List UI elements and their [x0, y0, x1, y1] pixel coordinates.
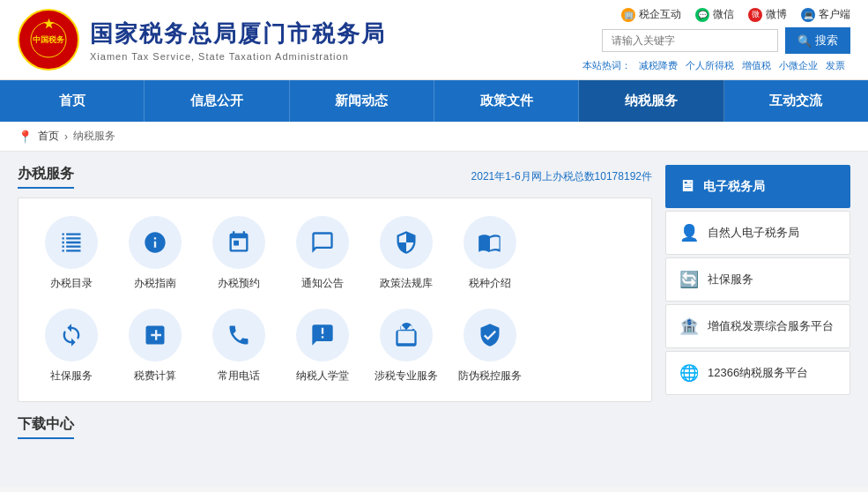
invoice-icon: 🏦 — [679, 317, 699, 336]
service-platform-icon: 🌐 — [679, 363, 699, 383]
link-wechat[interactable]: 💬 微信 — [695, 7, 734, 22]
search-area: 🔍 搜索 — [602, 27, 850, 54]
service-label-professional: 涉税专业服务 — [375, 369, 438, 384]
search-button[interactable]: 🔍 搜索 — [785, 27, 850, 54]
svg-text:中国税务: 中国税务 — [33, 35, 65, 44]
download-header: 下载中心 — [18, 415, 652, 439]
top-right: 🏢 税企互动 💬 微信 微 微博 💻 客户端 🔍 搜索 本站热词： — [582, 7, 850, 72]
dot-orange-icon: 🏢 — [621, 8, 635, 22]
main-content: 办税服务 2021年1-6月网上办税总数10178192件 办税目录 办税指南 — [0, 152, 868, 487]
download-section: 下载中心 — [18, 415, 652, 439]
sidebar-btn-invoice[interactable]: 🏦 增值税发票综合服务平台 — [665, 304, 850, 348]
service-label-school: 纳税人学堂 — [296, 369, 349, 384]
hot-word-2[interactable]: 个人所得税 — [686, 60, 734, 71]
nav-bar: 首页 信息公开 新闻动态 政策文件 纳税服务 互动交流 — [0, 80, 868, 122]
nav-news[interactable]: 新闻动态 — [290, 80, 434, 122]
site-title: 国家税务总局厦门市税务局 — [90, 19, 386, 49]
service-row-1: 办税目录 办税指南 办税预约 — [36, 216, 634, 291]
client-icon: 💻 — [801, 8, 815, 22]
hot-word-4[interactable]: 小微企业 — [779, 60, 818, 71]
service-label-social: 社保服务 — [50, 369, 93, 384]
right-sidebar: 🖥 电子税务局 👤 自然人电子税务局 🔄 社保服务 🏦 增值税发票综合服务平台 … — [665, 165, 850, 473]
service-label-notice: 通知公告 — [301, 276, 344, 291]
nav-home[interactable]: 首页 — [0, 80, 145, 122]
service-item-taxtype[interactable]: 税种介绍 — [455, 216, 525, 291]
breadcrumb: 📍 首页 › 纳税服务 — [0, 122, 868, 152]
nav-interact[interactable]: 互动交流 — [724, 80, 868, 122]
header: ★ 中国税务 国家税务总局厦门市税务局 Xiamen Tax Service, … — [0, 0, 868, 80]
sidebar-btn-etax[interactable]: 🖥 电子税务局 — [665, 165, 850, 208]
phone-icon — [212, 309, 265, 362]
hot-word-5[interactable]: 发票 — [826, 60, 845, 71]
service-label-calc: 税费计算 — [134, 369, 176, 384]
logo-area: ★ 中国税务 国家税务总局厦门市税务局 Xiamen Tax Service, … — [18, 9, 386, 71]
location-icon: 📍 — [18, 130, 33, 144]
nav-tax-service[interactable]: 纳税服务 — [579, 80, 723, 122]
site-subtitle: Xiamen Tax Service, State Taxation Admin… — [90, 51, 386, 62]
search-input[interactable] — [602, 29, 778, 52]
service-item-phone[interactable]: 常用电话 — [204, 309, 274, 384]
natural-icon: 👤 — [679, 223, 699, 242]
social-service-icon: 🔄 — [679, 270, 699, 289]
hot-words: 本站热词： 减税降费 个人所得税 增值税 小微企业 发票 — [582, 59, 850, 72]
antifake-icon — [464, 309, 516, 362]
service-label-appointment: 办税预约 — [218, 276, 260, 291]
service-item-school[interactable]: 纳税人学堂 — [287, 309, 358, 384]
directory-icon — [45, 216, 98, 269]
weibo-icon: 微 — [748, 8, 762, 22]
service-item-calc[interactable]: 税费计算 — [120, 309, 190, 384]
section-title: 办税服务 — [18, 165, 74, 189]
breadcrumb-separator: › — [64, 130, 68, 143]
service-label-antifake: 防伪税控服务 — [458, 369, 522, 384]
service-grid: 办税目录 办税指南 办税预约 — [18, 198, 652, 402]
link-tax-interact[interactable]: 🏢 税企互动 — [621, 7, 681, 22]
service-item-social[interactable]: 社保服务 — [36, 309, 107, 384]
professional-icon — [380, 309, 433, 362]
sidebar-btn-12366[interactable]: 🌐 12366纳税服务平台 — [665, 351, 850, 395]
appointment-icon — [212, 216, 265, 269]
content-left: 办税服务 2021年1-6月网上办税总数10178192件 办税目录 办税指南 — [18, 165, 652, 473]
download-title: 下载中心 — [18, 415, 74, 439]
link-client[interactable]: 💻 客户端 — [801, 7, 850, 22]
nav-policy[interactable]: 政策文件 — [434, 80, 579, 122]
service-item-directory[interactable]: 办税目录 — [36, 216, 107, 291]
service-label-taxtype: 税种介绍 — [469, 276, 511, 291]
hot-word-1[interactable]: 减税降费 — [639, 60, 678, 71]
service-item-professional[interactable]: 涉税专业服务 — [371, 309, 441, 384]
service-label-policy: 政策法规库 — [380, 276, 433, 291]
service-label-guide: 办税指南 — [134, 276, 176, 291]
nav-info[interactable]: 信息公开 — [145, 80, 289, 122]
link-weibo[interactable]: 微 微博 — [748, 7, 787, 22]
etax-icon: 🖥 — [679, 177, 694, 196]
social-icon — [45, 309, 98, 362]
notice-icon — [296, 216, 349, 269]
hot-word-3[interactable]: 增值税 — [742, 60, 771, 71]
top-links: 🏢 税企互动 💬 微信 微 微博 💻 客户端 — [621, 7, 850, 22]
service-label-phone: 常用电话 — [218, 369, 260, 384]
guide-icon — [129, 216, 182, 269]
calc-icon — [129, 309, 182, 362]
service-row-2: 社保服务 税费计算 常用电话 — [36, 309, 634, 384]
school-icon — [296, 309, 349, 362]
breadcrumb-home[interactable]: 首页 — [38, 129, 59, 144]
section-count: 2021年1-6月网上办税总数10178192件 — [471, 169, 652, 184]
svg-text:★: ★ — [43, 17, 55, 31]
policy-icon — [380, 216, 433, 269]
service-item-notice[interactable]: 通知公告 — [287, 216, 358, 291]
logo-text: 国家税务总局厦门市税务局 Xiamen Tax Service, State T… — [90, 19, 386, 62]
service-item-guide[interactable]: 办税指南 — [120, 216, 190, 291]
sidebar-btn-natural[interactable]: 👤 自然人电子税务局 — [665, 211, 850, 255]
breadcrumb-current: 纳税服务 — [73, 129, 115, 144]
taxtype-icon — [464, 216, 516, 269]
service-item-antifake[interactable]: 防伪税控服务 — [455, 309, 525, 384]
service-label-directory: 办税目录 — [50, 276, 93, 291]
section-header: 办税服务 2021年1-6月网上办税总数10178192件 — [18, 165, 652, 189]
logo-emblem: ★ 中国税务 — [18, 9, 79, 71]
service-item-policy[interactable]: 政策法规库 — [371, 216, 441, 291]
service-item-appointment[interactable]: 办税预约 — [204, 216, 274, 291]
wechat-icon: 💬 — [695, 8, 709, 22]
sidebar-btn-social[interactable]: 🔄 社保服务 — [665, 257, 850, 302]
